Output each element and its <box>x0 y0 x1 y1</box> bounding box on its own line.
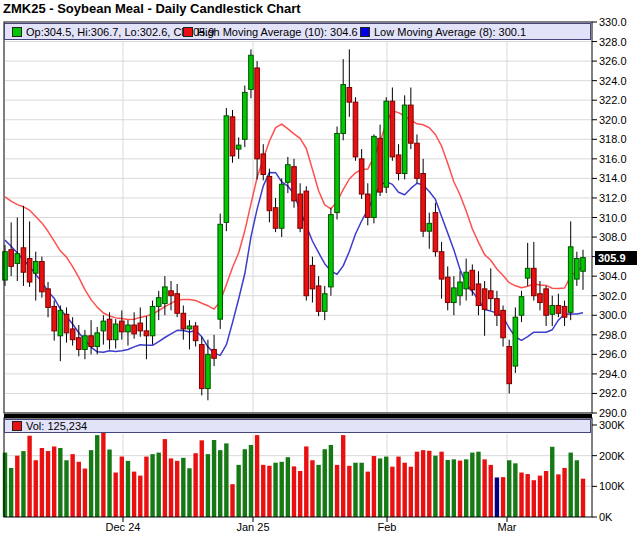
price-axis-tick: 296.0 <box>599 348 627 360</box>
price-axis-tick: 300.0 <box>599 309 627 321</box>
price-axis-tick: 330.0 <box>599 16 627 28</box>
low-ma-swatch-icon <box>360 27 370 37</box>
price-axis-tick: 324.0 <box>599 75 627 87</box>
price-axis-tick: 326.0 <box>599 55 627 67</box>
price-axis-tick: 292.0 <box>599 387 627 399</box>
volume-axis-tick: 100K <box>599 480 625 492</box>
price-axis-tick: 290.0 <box>599 407 627 419</box>
last-price-tag: 305.9 <box>595 251 637 265</box>
price-legend-strip: Op:304.5, Hi:306.7, Lo:302.6, Cl:305.9 H… <box>4 23 591 40</box>
volume-axis-tick: 200K <box>599 450 625 462</box>
price-axis-tick: 314.0 <box>599 172 627 184</box>
x-axis-tick: Feb <box>352 521 422 533</box>
price-axis-tick: 316.0 <box>599 153 627 165</box>
high-ma-swatch-icon <box>183 27 193 37</box>
legend-volume: Vol: 125,234 <box>12 420 87 432</box>
price-axis-tick: 308.0 <box>599 231 627 243</box>
x-axis-tick: Jan 25 <box>218 521 288 533</box>
volume-legend-strip: Vol: 125,234 <box>4 419 591 433</box>
legend-high-ma: High Moving Average (10): 304.6 <box>183 24 358 39</box>
price-axis-tick: 328.0 <box>599 36 627 48</box>
chart-window: ZMK25 - Soybean Meal - Daily Candlestick… <box>0 0 640 536</box>
legend-low-ma-label: Low Moving Average (8): 300.1 <box>374 26 526 38</box>
legend-high-ma-label: High Moving Average (10): 304.6 <box>197 26 358 38</box>
candlestick-chart-canvas[interactable] <box>0 0 640 536</box>
price-axis-tick: 304.0 <box>599 270 627 282</box>
price-axis-tick: 312.0 <box>599 192 627 204</box>
legend-low-ma: Low Moving Average (8): 300.1 <box>360 24 526 39</box>
legend-volume-label: Vol: 125,234 <box>26 420 87 432</box>
price-axis-tick: 310.0 <box>599 212 627 224</box>
price-axis-tick: 298.0 <box>599 329 627 341</box>
price-axis-tick: 302.0 <box>599 290 627 302</box>
volume-swatch-icon <box>12 421 22 431</box>
price-axis-tick: 318.0 <box>599 133 627 145</box>
price-axis-tick: 294.0 <box>599 368 627 380</box>
price-axis-tick: 320.0 <box>599 114 627 126</box>
x-axis-tick: Dec 24 <box>88 521 158 533</box>
volume-axis-tick: 300K <box>599 419 625 431</box>
price-axis-tick: 322.0 <box>599 94 627 106</box>
volume-axis-tick: 0K <box>599 511 612 523</box>
ohlc-swatch-icon <box>12 27 22 37</box>
x-axis-tick: Mar <box>472 521 542 533</box>
